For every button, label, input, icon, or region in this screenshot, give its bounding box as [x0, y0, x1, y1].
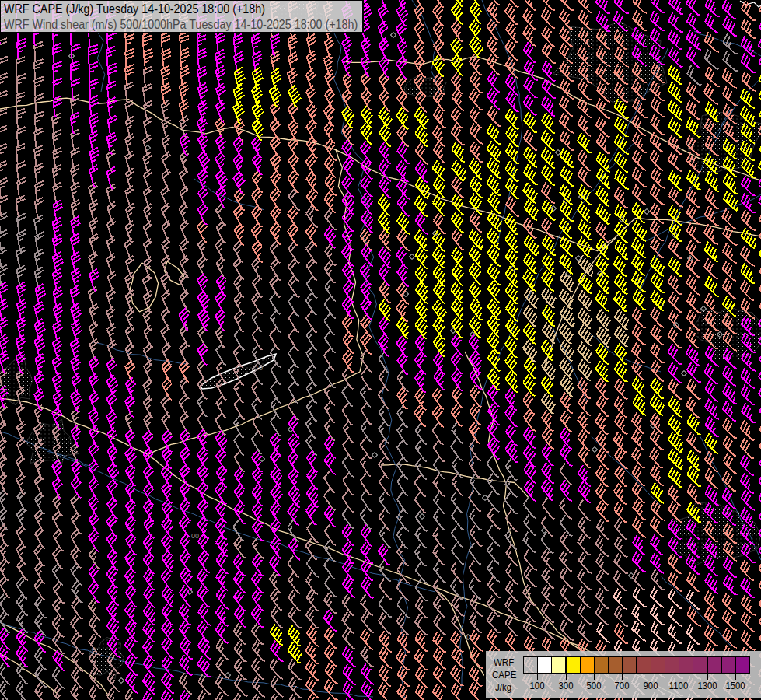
svg-text:00: 00: [191, 532, 199, 540]
